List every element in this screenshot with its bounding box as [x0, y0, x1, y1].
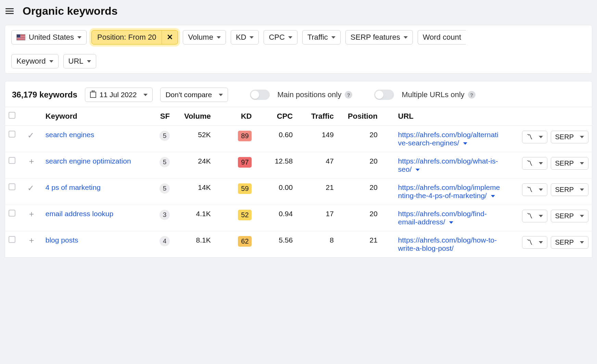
kd-filter[interactable]: KD	[231, 30, 259, 44]
chevron-down-icon	[539, 215, 543, 217]
chevron-down-icon	[580, 162, 584, 165]
chevron-down-icon	[539, 162, 543, 165]
us-flag-icon	[16, 34, 25, 40]
chevron-down-icon	[580, 241, 584, 244]
help-icon[interactable]: ?	[345, 91, 352, 99]
traffic-cell: 8	[296, 231, 337, 258]
trend-button[interactable]: 〽	[522, 183, 547, 196]
chevron-down-icon[interactable]	[491, 195, 495, 197]
cpc-cell: 0.00	[255, 179, 296, 205]
chevron-down-icon	[580, 136, 584, 138]
url-filter[interactable]: URL	[63, 54, 96, 68]
position-cell: 20	[337, 179, 381, 205]
col-sf[interactable]: SF	[149, 107, 173, 126]
chevron-down-icon[interactable]	[416, 169, 420, 171]
row-checkbox[interactable]	[9, 157, 15, 164]
chevron-down-icon	[288, 36, 292, 39]
col-cpc[interactable]: CPC	[255, 107, 296, 126]
volume-cell: 52K	[173, 126, 214, 152]
expand-icon[interactable]: ＋	[27, 157, 36, 165]
keyword-link[interactable]: search engines	[46, 131, 94, 139]
chevron-down-icon	[539, 136, 543, 138]
main-positions-toggle[interactable]	[250, 90, 270, 100]
chevron-down-icon[interactable]	[449, 221, 453, 224]
help-icon[interactable]: ?	[468, 91, 475, 99]
close-icon[interactable]: ✕	[162, 33, 178, 42]
menu-icon[interactable]	[3, 5, 16, 17]
sf-badge[interactable]: 5	[160, 183, 170, 194]
col-url[interactable]: URL	[381, 107, 504, 126]
trend-icon: 〽	[526, 160, 533, 167]
col-volume[interactable]: Volume	[173, 107, 214, 126]
traffic-cell: 17	[296, 205, 337, 231]
keyword-link[interactable]: search engine optimization	[46, 157, 131, 165]
country-filter[interactable]: United States	[11, 30, 87, 44]
word-count-filter[interactable]: Word count	[418, 30, 466, 44]
serp-button[interactable]: SERP	[551, 157, 588, 170]
serp-button[interactable]: SERP	[551, 131, 588, 143]
col-position[interactable]: Position	[337, 107, 381, 126]
position-cell: 20	[337, 126, 381, 152]
expand-icon[interactable]: ＋	[27, 210, 36, 218]
url-link[interactable]: https://ahrefs.com/blog/how-to-write-a-b…	[398, 236, 497, 252]
position-filter-label: Position: From 20	[92, 30, 162, 44]
position-cell: 20	[337, 152, 381, 179]
keyword-link[interactable]: blog posts	[46, 236, 78, 244]
row-checkbox[interactable]	[9, 131, 15, 138]
serp-button[interactable]: SERP	[551, 183, 588, 196]
serp-features-filter[interactable]: SERP features	[345, 30, 413, 44]
select-all-checkbox[interactable]	[9, 112, 15, 119]
sf-badge[interactable]: 5	[160, 157, 170, 167]
url-link[interactable]: https://ahrefs.com/blog/implementing-the…	[398, 183, 500, 199]
col-kd[interactable]: KD	[214, 107, 255, 126]
expand-icon[interactable]: ＋	[27, 236, 36, 244]
chevron-down-icon	[219, 94, 223, 96]
trend-button[interactable]: 〽	[522, 210, 547, 222]
sf-badge[interactable]: 3	[160, 210, 170, 220]
url-link[interactable]: https://ahrefs.com/blog/what-is-seo/	[398, 157, 498, 173]
date-picker[interactable]: 11 Jul 2022	[85, 88, 153, 102]
serp-button[interactable]: SERP	[551, 236, 588, 249]
col-traffic[interactable]: Traffic	[296, 107, 337, 126]
chevron-down-icon	[580, 215, 584, 217]
kd-badge: 89	[238, 131, 252, 141]
serp-button[interactable]: SERP	[551, 210, 588, 222]
url-link[interactable]: https://ahrefs.com/blog/alternative-sear…	[398, 131, 498, 147]
cpc-filter[interactable]: CPC	[264, 30, 297, 44]
volume-cell: 4.1K	[173, 205, 214, 231]
topbar: Organic keywords	[0, 0, 597, 25]
chevron-down-icon	[331, 36, 335, 39]
row-checkbox[interactable]	[9, 236, 15, 243]
chevron-down-icon	[250, 36, 254, 39]
table-row: ＋blog posts48.1K625.56821https://ahrefs.…	[5, 231, 592, 258]
chevron-down-icon	[404, 36, 408, 39]
trend-button[interactable]: 〽	[522, 131, 547, 143]
kd-badge: 52	[238, 210, 252, 220]
trend-icon: 〽	[526, 186, 533, 193]
sf-badge[interactable]: 4	[160, 236, 170, 246]
multiple-urls-toggle[interactable]	[374, 90, 394, 100]
date-label: 11 Jul 2022	[100, 91, 137, 99]
col-keyword[interactable]: Keyword	[42, 107, 149, 126]
trend-button[interactable]: 〽	[522, 236, 547, 249]
compare-label: Don't compare	[165, 91, 212, 99]
row-checkbox[interactable]	[9, 183, 15, 190]
url-link[interactable]: https://ahrefs.com/blog/find-email-addre…	[398, 210, 487, 226]
volume-cell: 8.1K	[173, 231, 214, 258]
volume-filter[interactable]: Volume	[183, 30, 226, 44]
cpc-cell: 0.60	[255, 126, 296, 152]
keyword-link[interactable]: 4 ps of marketing	[46, 183, 101, 191]
traffic-filter[interactable]: Traffic	[302, 30, 341, 44]
keyword-filter[interactable]: Keyword	[11, 54, 59, 68]
chevron-down-icon	[77, 36, 81, 39]
keyword-link[interactable]: email address lookup	[46, 210, 113, 218]
position-filter-chip[interactable]: Position: From 20 ✕	[91, 30, 178, 44]
controls-bar: 36,179 keywords 11 Jul 2022 Don't compar…	[5, 81, 592, 107]
chevron-down-icon[interactable]	[463, 142, 467, 145]
compare-picker[interactable]: Don't compare	[160, 88, 228, 102]
kd-badge: 59	[238, 183, 252, 194]
trend-button[interactable]: 〽	[522, 157, 547, 170]
sf-badge[interactable]: 5	[160, 131, 170, 141]
row-checkbox[interactable]	[9, 210, 15, 217]
keywords-table: Keyword SF Volume KD CPC Traffic Positio…	[5, 107, 592, 258]
